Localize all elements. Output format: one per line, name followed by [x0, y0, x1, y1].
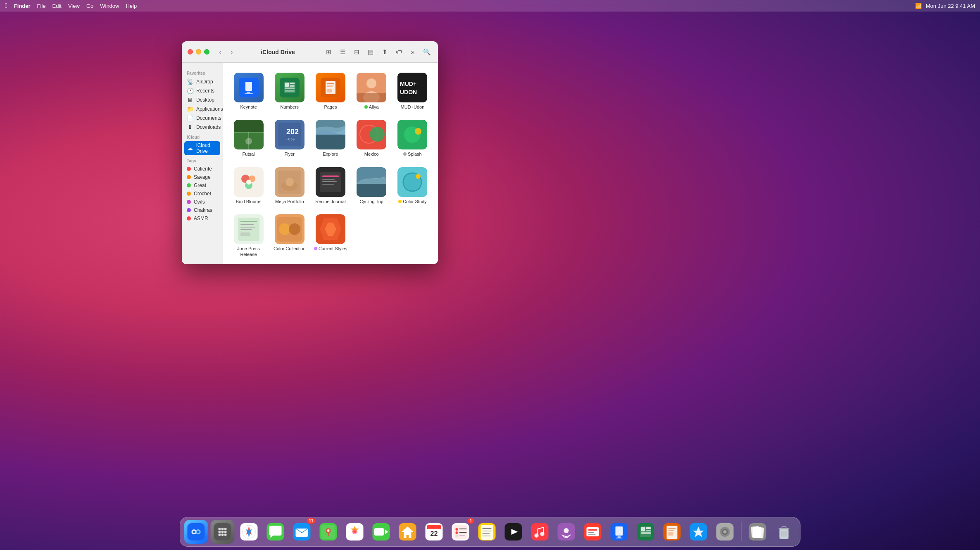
- sidebar-item-icloud-drive[interactable]: ☁ iCloud Drive: [184, 141, 220, 155]
- files-grid: Keynote Numbers Pages: [230, 69, 431, 261]
- svg-rect-124: [481, 525, 493, 540]
- svg-rect-6: [285, 83, 289, 87]
- sidebar-item-documents[interactable]: 📄 Documents: [182, 114, 223, 123]
- svg-rect-53: [322, 179, 335, 180]
- column-view-button[interactable]: ⊟: [351, 47, 362, 57]
- list-view-button[interactable]: ☰: [337, 47, 348, 57]
- sidebar-tag-chakras[interactable]: Chakras: [182, 206, 223, 214]
- gallery-view-button[interactable]: ▤: [365, 47, 376, 57]
- dock-messages[interactable]: [264, 520, 288, 544]
- forward-button[interactable]: ›: [227, 47, 237, 57]
- dock-maps[interactable]: [316, 520, 340, 544]
- dock-reminders[interactable]: 1: [449, 520, 473, 544]
- dock-calendar[interactable]: 22: [422, 520, 446, 544]
- dock-pages[interactable]: [660, 520, 684, 544]
- recents-label: Recents: [196, 88, 214, 94]
- dock-notes[interactable]: [475, 520, 499, 544]
- sidebar-tag-great[interactable]: Great: [182, 181, 223, 190]
- menubar-view[interactable]: View: [68, 3, 80, 9]
- splash-name: Splash: [408, 151, 422, 157]
- maximize-button[interactable]: [204, 49, 209, 55]
- file-color-collection[interactable]: Color Collection: [271, 211, 308, 261]
- menubar-window[interactable]: Window: [100, 3, 119, 9]
- file-explore[interactable]: Explore: [312, 116, 349, 160]
- file-bold-blooms[interactable]: Bold Blooms: [230, 164, 267, 208]
- nav-buttons: ‹ ›: [215, 47, 237, 57]
- back-button[interactable]: ‹: [215, 47, 225, 57]
- file-keynote[interactable]: Keynote: [230, 69, 267, 113]
- pages-icon: [316, 73, 345, 102]
- svg-point-81: [219, 528, 221, 530]
- file-current-styles[interactable]: Current Styles: [312, 211, 349, 261]
- file-cycling-trip[interactable]: Cycling Trip: [353, 164, 390, 208]
- svg-point-89: [224, 533, 227, 536]
- dock-launchpad[interactable]: [211, 520, 235, 544]
- apple-menu[interactable]: : [5, 2, 7, 9]
- dock: 11 22 1: [180, 517, 801, 547]
- menubar-file[interactable]: File: [37, 3, 46, 9]
- sidebar-tag-caliente[interactable]: Caliente: [182, 165, 223, 173]
- dock-facetime[interactable]: [369, 520, 393, 544]
- file-mud-udon[interactable]: MUD+UDON MUD+Udon: [394, 69, 431, 113]
- menubar-go[interactable]: Go: [86, 3, 93, 9]
- file-june-press[interactable]: June Press Release: [230, 211, 267, 261]
- file-color-study[interactable]: Color Study: [394, 164, 431, 208]
- svg-rect-125: [483, 528, 492, 529]
- dock-system-prefs[interactable]: [713, 520, 737, 544]
- sidebar-tag-owls[interactable]: Owls: [182, 198, 223, 206]
- svg-point-45: [246, 180, 251, 185]
- svg-point-18: [366, 78, 376, 88]
- svg-rect-66: [240, 229, 252, 230]
- dock-trash[interactable]: [772, 520, 796, 544]
- sidebar-item-recents[interactable]: 🕐 Recents: [182, 86, 223, 95]
- file-recipe-journal[interactable]: Recipe Journal: [312, 164, 349, 208]
- file-pages[interactable]: Pages: [312, 69, 349, 113]
- close-button[interactable]: [188, 49, 193, 55]
- file-numbers[interactable]: Numbers: [271, 69, 308, 113]
- sidebar-item-applications[interactable]: 📁 Applications: [182, 104, 223, 114]
- search-button[interactable]: 🔍: [421, 47, 432, 57]
- file-futsal[interactable]: Futsal: [230, 116, 267, 160]
- svg-rect-138: [588, 529, 597, 531]
- minimize-button[interactable]: [196, 49, 201, 55]
- mail-badge: 11: [307, 518, 315, 524]
- icloud-drive-label: iCloud Drive: [196, 142, 218, 154]
- icon-view-button[interactable]: ⊞: [323, 47, 334, 57]
- menubar-app-name[interactable]: Finder: [14, 3, 31, 9]
- svg-text:202: 202: [286, 128, 299, 136]
- sidebar-item-desktop[interactable]: 🖥 Desktop: [182, 95, 223, 104]
- file-splash[interactable]: Splash: [394, 116, 431, 160]
- dock-appstore[interactable]: [687, 520, 711, 544]
- file-flyer[interactable]: 202PDF Flyer: [271, 116, 308, 160]
- sidebar-tag-crochet[interactable]: Crochet: [182, 190, 223, 198]
- dock-news[interactable]: [581, 520, 605, 544]
- dock-finder[interactable]: [184, 520, 208, 544]
- share-button[interactable]: ⬆: [379, 47, 390, 57]
- desktop-icon: 🖥: [187, 97, 193, 103]
- asmr-dot: [187, 216, 191, 220]
- dock-photos[interactable]: [343, 520, 367, 544]
- dock-podcasts[interactable]: [554, 520, 578, 544]
- menubar-help[interactable]: Help: [126, 3, 137, 9]
- sidebar-tag-asmr[interactable]: ASMR: [182, 214, 223, 223]
- dock-numbers[interactable]: [634, 520, 658, 544]
- dock-music[interactable]: [528, 520, 552, 544]
- dock-home[interactable]: [396, 520, 420, 544]
- file-meija[interactable]: Meija Portfolio: [271, 164, 308, 208]
- sidebar-item-downloads[interactable]: ⬇ Downloads: [182, 123, 223, 132]
- file-mexico[interactable]: Mexico: [353, 116, 390, 160]
- dock-apple-tv[interactable]: [502, 520, 526, 544]
- sidebar-tag-savage[interactable]: Savage: [182, 173, 223, 181]
- dock-keynote[interactable]: [607, 520, 631, 544]
- dock-preview[interactable]: [746, 520, 770, 544]
- sidebar-item-airdrop[interactable]: 📡 AirDrop: [182, 77, 223, 86]
- svg-rect-131: [531, 523, 549, 541]
- favorites-section-title: Favorites: [182, 68, 223, 77]
- dock-mail[interactable]: 11: [290, 520, 314, 544]
- more-button[interactable]: »: [407, 47, 418, 57]
- menubar-edit[interactable]: Edit: [52, 3, 62, 9]
- dock-safari[interactable]: [237, 520, 261, 544]
- file-aliya[interactable]: Aliya: [353, 69, 390, 113]
- applications-label: Applications: [196, 106, 223, 112]
- tag-button[interactable]: 🏷: [393, 47, 404, 57]
